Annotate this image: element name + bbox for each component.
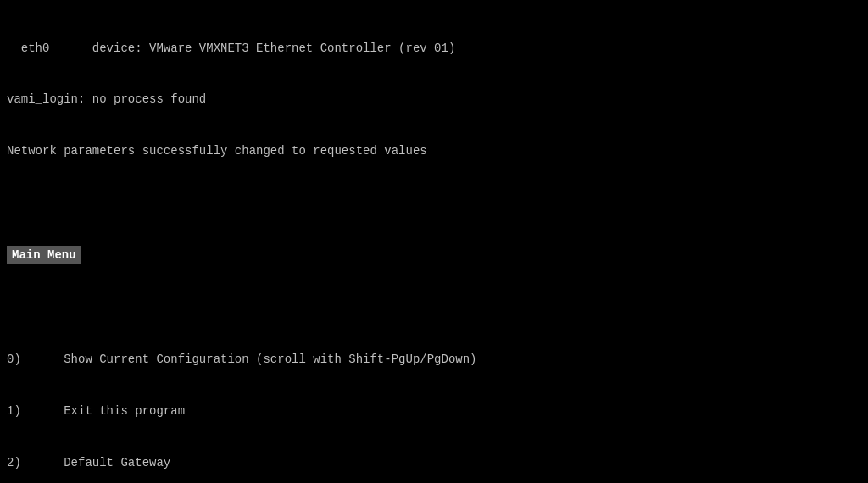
line-main-menu: Main Menu: [7, 246, 861, 264]
line-option2: 2) Default Gateway: [7, 454, 861, 471]
terminal-window: eth0 device: VMware VMXNET3 Ethernet Con…: [7, 5, 861, 483]
line-empty2: [7, 299, 861, 316]
line-network: Network parameters successfully changed …: [7, 142, 861, 159]
line-vami: vami_login: no process found: [7, 91, 861, 108]
line-empty1: [7, 194, 861, 211]
line-option1: 1) Exit this program: [7, 402, 861, 419]
line-eth0: eth0 device: VMware VMXNET3 Ethernet Con…: [7, 40, 861, 57]
terminal-output: eth0 device: VMware VMXNET3 Ethernet Con…: [7, 5, 861, 483]
line-option0: 0) Show Current Configuration (scroll wi…: [7, 351, 861, 368]
